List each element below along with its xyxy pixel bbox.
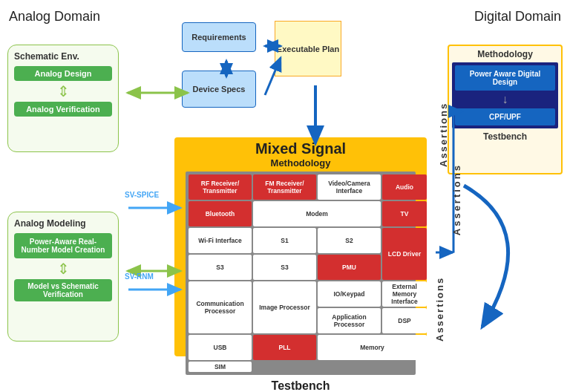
cell-dsp: DSP	[382, 308, 427, 333]
analog-model-arrow: ⇕	[14, 261, 112, 276]
schematic-env-title: Schematic Env.	[14, 51, 112, 62]
mixed-signal-testbench: Testbench	[272, 378, 330, 392]
assertions-digital-label: Assertions	[438, 48, 449, 167]
cell-audio: Audio	[382, 174, 427, 200]
power-aware-box: Power-Aware Real-Number Model Creation	[14, 233, 112, 258]
digital-inner-arrow: ↓	[455, 93, 555, 106]
model-vs-box: Model vs Schematic Verification	[14, 279, 112, 301]
analog-domain-title: Analog Domain	[9, 9, 100, 24]
cell-iokeypad: IO/Keypad	[318, 281, 381, 307]
page: Analog Domain Digital Domain Schematic E…	[0, 0, 570, 392]
cell-memory: Memory	[318, 335, 427, 360]
digital-domain-box: Methodology Power Aware Digital Design ↓…	[448, 45, 563, 174]
cell-video: Video/Camera Interface	[318, 174, 381, 200]
mixed-signal-grid: RF Receiver/Transmitter FM Receiver/Tran…	[186, 172, 416, 375]
sv-rnm-label: SV-RNM	[125, 272, 154, 281]
cell-modem: Modem	[253, 201, 381, 226]
schematic-env-box: Schematic Env. Analog Design ⇕ Analog Ve…	[7, 45, 119, 152]
executable-plan-box: Executable Plan	[275, 21, 341, 76]
digital-inner: Power Aware Digital Design ↓ CPF/UPF	[452, 62, 558, 128]
power-aware-digital-box: Power Aware Digital Design	[455, 65, 555, 91]
analog-modeling-box: Analog Modeling Power-Aware Real-Number …	[7, 212, 119, 342]
cell-usb: USB	[189, 335, 252, 360]
digital-methodology-label: Methodology	[452, 49, 558, 59]
assertions-mixed-label: Assertions	[434, 148, 445, 342]
cell-pll: PLL	[253, 335, 316, 360]
analog-modeling-title: Analog Modeling	[14, 218, 112, 229]
digital-testbench-label: Testbench	[452, 131, 558, 142]
mixed-signal-box: Mixed Signal Methodology RF Receiver/Tra…	[174, 137, 427, 356]
cell-sim: SIM	[189, 362, 252, 372]
cell-tv: TV	[382, 201, 427, 226]
assertions-right-label: Assertions	[451, 163, 462, 235]
device-specs-box: Device Specs	[182, 71, 256, 108]
cell-s2: S2	[318, 228, 381, 253]
requirements-box: Requirements	[182, 22, 256, 52]
cell-bluetooth: Bluetooth	[189, 201, 252, 226]
cell-wifi: Wi-Fi Interface	[189, 228, 252, 253]
analog-design-box: Analog Design	[14, 66, 112, 81]
cell-lcd: LCD Driver	[382, 228, 427, 280]
digital-domain-title: Digital Domain	[474, 9, 561, 24]
mixed-signal-subtitle: Methodology	[271, 157, 331, 172]
cell-comm: Communication Processor	[189, 281, 252, 333]
analog-verification-box: Analog Verification	[14, 102, 112, 117]
cpf-upf-box: CPF/UPF	[455, 108, 555, 125]
cell-app: Application Processor	[318, 308, 381, 333]
cell-s3b: S3	[253, 255, 316, 280]
cell-image: Image Processor	[253, 281, 316, 333]
cell-rf: RF Receiver/Transmitter	[189, 174, 252, 200]
assertions-digital-text: Assertions	[438, 102, 449, 167]
mixed-signal-title: Mixed Signal	[255, 137, 346, 157]
cell-fm: FM Receiver/Transmitter	[253, 174, 316, 200]
cell-pmu: PMU	[318, 255, 381, 280]
analog-env-arrow: ⇕	[14, 84, 112, 99]
cell-s1: S1	[253, 228, 316, 253]
cell-s3a: S3	[189, 255, 252, 280]
cell-ext-mem: External Memory Interface	[382, 281, 427, 307]
sv-spice-label: SV-SPICE	[125, 191, 159, 199]
